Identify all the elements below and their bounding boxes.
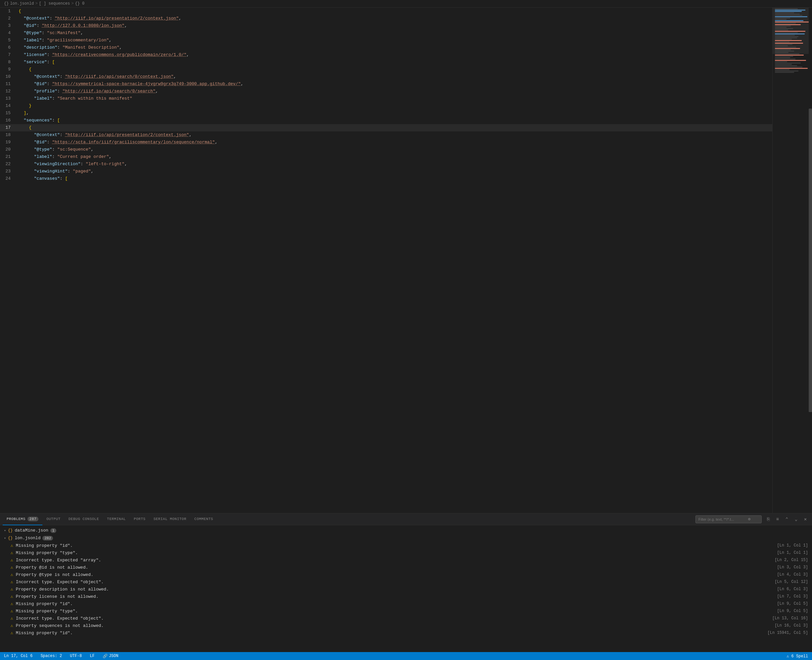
code-line-21: 21 "label": "Current page order", [0, 153, 772, 160]
breadcrumb-file[interactable]: lon.jsonld [10, 1, 34, 6]
line-content-1: { [16, 8, 772, 15]
line-content-21: "label": "Current page order", [16, 153, 772, 160]
line-content-15: ], [16, 109, 772, 117]
tab-problems-label: PROBLEMS [6, 517, 25, 521]
problem-text-9: Missing property "id". [16, 601, 775, 606]
tab-ports[interactable]: PORTS [130, 513, 150, 525]
file-header-lon[interactable]: ▾ {} lon.jsonld 282 [0, 534, 812, 542]
line-content-13: "label": "Search within this manifest" [16, 95, 772, 102]
problem-loc-7: [Ln 6, Col 3] [777, 587, 808, 592]
code-line-4: 4 "@type": "sc:Manifest", [0, 29, 772, 37]
warning-icon-6: ⚠ [11, 579, 13, 585]
code-line-16: 16 "sequences": [ [0, 117, 772, 124]
problem-text-12: Property sequences is not allowed. [16, 623, 772, 628]
line-content-22: "viewingDirection": "left-to-right", [16, 160, 772, 168]
code-line-12: 12 "profile": "http://iiif.io/api/search… [0, 88, 772, 95]
close-panel-button[interactable]: ✕ [801, 516, 809, 523]
tab-debug[interactable]: DEBUG CONSOLE [65, 513, 103, 525]
problem-item-8[interactable]: ⚠ Property license is not allowed. [Ln 7… [0, 593, 812, 600]
problem-loc-9: [Ln 9, Col 5] [777, 601, 808, 606]
filter-toggle-button[interactable]: ≡ [774, 516, 782, 523]
editor-scrollbar-track[interactable] [809, 8, 812, 513]
breadcrumb: {} lon.jsonld > [ ] sequences > {} 0 [0, 0, 812, 8]
line-content-17: { [16, 124, 772, 132]
code-line-15: 15 ], [0, 109, 772, 117]
line-num-10: 10 [0, 73, 16, 81]
line-content-5: "label": "graciliscommentary/lon", [16, 37, 772, 44]
tab-terminal[interactable]: TERMINAL [103, 513, 130, 525]
warning-icon-13: ⚠ [11, 630, 13, 636]
warning-icon-3: ⚠ [11, 557, 13, 563]
line-content-3: "@id": "http://127.0.0.1:8080/lon.json", [16, 22, 772, 29]
collapse-button[interactable]: ⌃ [783, 516, 791, 523]
editor-main[interactable]: 1 { 2 "@context": "http://iiif.io/api/pr… [0, 8, 772, 513]
line-num-3: 3 [0, 22, 16, 29]
problem-item-10[interactable]: ⚠ Missing property "type". [Ln 9, Col 5] [0, 608, 812, 615]
status-encoding[interactable]: UTF-8 [68, 652, 83, 660]
problem-item-7[interactable]: ⚠ Property description is not allowed. [… [0, 585, 812, 593]
warning-icon-11: ⚠ [11, 616, 13, 621]
line-content-12: "profile": "http://iiif.io/api/search/0/… [16, 88, 772, 95]
status-spell[interactable]: ⚠ 6 Spell [785, 654, 809, 659]
line-num-23: 23 [0, 168, 16, 175]
problem-item-3[interactable]: ⚠ Incorrect type. Expected "array". [Ln … [0, 556, 812, 564]
encoding-text: UTF-8 [70, 654, 82, 658]
status-ln-col[interactable]: Ln 17, Col 6 [3, 652, 34, 660]
problem-loc-13: [Ln 15941, Col 5] [768, 631, 808, 635]
file-group-datamine: ▾ {} dataMine.json 1 [0, 527, 812, 534]
line-content-8: "service": [ [16, 59, 772, 66]
problem-text-13: Missing property "id". [16, 631, 765, 636]
line-num-20: 20 [0, 146, 16, 153]
line-content-24: "canvases": [ [16, 175, 772, 182]
breadcrumb-node-sequences[interactable]: [ ] sequences [39, 1, 70, 6]
problem-text-1: Missing property "id". [16, 543, 775, 548]
bottom-panel: PROBLEMS 287 OUTPUT DEBUG CONSOLE TERMIN… [0, 513, 812, 652]
problem-item-1[interactable]: ⚠ Missing property "id". [Ln 1, Col 1] [0, 542, 812, 549]
problem-item-6[interactable]: ⚠ Incorrect type. Expected "object". [Ln… [0, 578, 812, 585]
file-header-datamine[interactable]: ▾ {} dataMine.json 1 [0, 527, 812, 534]
problem-loc-11: [Ln 13, Col 16] [772, 616, 808, 620]
language-icon: 🔗 [103, 654, 108, 659]
spell-text: ⚠ 6 Spell [787, 654, 808, 659]
status-spaces[interactable]: Spaces: 2 [39, 652, 63, 660]
problem-item-2[interactable]: ⚠ Missing property "type". [Ln 1, Col 1] [0, 549, 812, 556]
filter-input[interactable] [698, 517, 748, 521]
chevron-icon-lon: ▾ [4, 536, 6, 540]
tab-comments[interactable]: COMMENTS [191, 513, 217, 525]
line-content-7: "license": "https://creativecommons.org/… [16, 51, 772, 59]
file-badge-datamine: 1 [50, 528, 57, 533]
warning-icon-2: ⚠ [11, 550, 13, 555]
tab-output-label: OUTPUT [46, 517, 60, 521]
problem-item-12[interactable]: ⚠ Property sequences is not allowed. [Ln… [0, 622, 812, 629]
tab-problems[interactable]: PROBLEMS 287 [3, 513, 42, 525]
problem-item-9[interactable]: ⚠ Missing property "id". [Ln 9, Col 5] [0, 600, 812, 608]
status-eol[interactable]: LF [88, 652, 96, 660]
code-line-11: 11 "@id": "https://symmetrical-space-bar… [0, 81, 772, 88]
breadcrumb-file-icon: {} [4, 1, 9, 6]
code-line-22: 22 "viewingDirection": "left-to-right", [0, 160, 772, 168]
problem-item-5[interactable]: ⚠ Property @type is not allowed. [Ln 4, … [0, 571, 812, 578]
warning-icon-5: ⚠ [11, 572, 13, 577]
minimap[interactable] [772, 8, 812, 513]
editor-content: 1 { 2 "@context": "http://iiif.io/api/pr… [0, 8, 772, 182]
tab-serial[interactable]: SERIAL MONITOR [149, 513, 190, 525]
code-line-2: 2 "@context": "http://iiif.io/api/presen… [0, 15, 772, 22]
breadcrumb-node-0[interactable]: {} 0 [75, 1, 84, 6]
problem-item-13[interactable]: ⚠ Missing property "id". [Ln 15941, Col … [0, 629, 812, 636]
problem-loc-3: [Ln 2, Col 15] [775, 558, 808, 562]
warning-icon-12: ⚠ [11, 623, 13, 628]
copy-button[interactable]: ⎘ [764, 516, 772, 523]
problem-item-4[interactable]: ⚠ Property @id is not allowed. [Ln 3, Co… [0, 564, 812, 571]
problem-text-10: Missing property "type". [16, 609, 775, 614]
line-content-11: "@id": "https://symmetrical-space-barnac… [16, 81, 772, 88]
expand-button[interactable]: ⌄ [792, 516, 800, 523]
language-text: JSON [109, 654, 119, 658]
line-num-8: 8 [0, 59, 16, 66]
tab-ports-label: PORTS [134, 517, 146, 521]
problem-text-11: Incorrect type. Expected "object". [16, 616, 770, 621]
problem-item-11[interactable]: ⚠ Incorrect type. Expected "object". [Ln… [0, 615, 812, 622]
editor-scrollbar-thumb[interactable] [809, 109, 812, 412]
status-language[interactable]: 🔗 JSON [101, 652, 120, 660]
line-num-22: 22 [0, 160, 16, 168]
tab-output[interactable]: OUTPUT [42, 513, 65, 525]
